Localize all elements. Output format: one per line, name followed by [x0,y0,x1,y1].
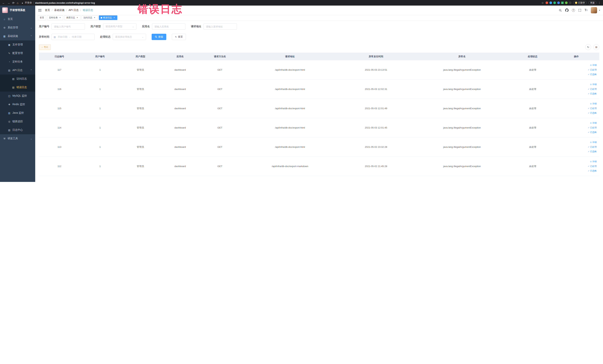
back-icon[interactable]: ← [2,1,5,4]
bookmark-star-icon[interactable]: ☆ [542,1,544,4]
action-ignored[interactable]: ✓已忽略 [588,73,597,76]
cell-app_name: dashboard [161,118,200,137]
date-range-picker[interactable]: ▦ 开始日期 - 结束日期 [52,34,94,40]
action-detail[interactable]: ⊙详细 [590,160,597,163]
breadcrumb-item-api-log[interactable]: API 日志 [69,9,79,12]
row-actions: ⊙详细✓已处理✓已忽略 [554,121,599,134]
search-icon [155,35,157,38]
cell-actions: ⊙详细✓已处理✓已忽略 [553,157,599,176]
sidebar-item-java-monitor[interactable]: ▥Java 监控 [0,109,35,117]
sidebar-item-redis-monitor[interactable]: ❖Redis 监控 [0,100,35,109]
user-type-select[interactable]: 请选择用户类型 ⌄ [103,23,136,30]
address-bar[interactable]: ▲ 不安全 dashboard.yudao.iocoder.cn/infra/l… [22,1,95,4]
check-icon: ✓ [588,170,590,172]
breadcrumb-item-home[interactable]: 首页 [45,9,50,12]
refresh-icon: ↻ [175,36,177,38]
chrome-menu-icon[interactable]: ⋮ [598,1,601,4]
github-icon[interactable] [565,9,568,12]
breadcrumb-separator: / [52,9,52,12]
process-status-label: 处理状态 [100,35,110,39]
extension-icon-green-leaf[interactable] [565,1,568,4]
sidebar-item-file-manage[interactable]: ▣文件管理 [0,40,35,49]
page-content: 用户编号 用户类型 请选择用户类型 ⌄ 应用名 请求地址 [35,21,603,182]
close-icon[interactable]: × [59,16,61,19]
action-label: 已处理 [590,88,597,91]
process-status-select[interactable]: 请选择处理状态 ⌄ [113,34,146,40]
search-button[interactable]: 搜索 [152,34,166,40]
action-processed[interactable]: ✓已处理 [588,145,597,149]
help-icon[interactable]: ? [572,9,575,12]
action-ignored[interactable]: ✓已忽略 [588,150,597,153]
user-avatar[interactable] [591,7,597,13]
tab-cron-job[interactable]: 定时任务× [47,15,63,20]
extension-icon-dark[interactable] [569,1,571,4]
close-icon[interactable]: × [76,16,79,19]
update-button[interactable]: 更新 [588,1,596,5]
extension-icon-on-badge[interactable]: on [561,1,564,4]
chevron-down-icon[interactable]: ▾ [599,9,600,12]
request-url-input[interactable] [204,23,237,30]
fullscreen-icon[interactable] [578,9,581,12]
sidebar-item-label: 文件管理 [12,43,23,46]
app-name-input[interactable] [152,23,185,30]
close-icon[interactable]: × [113,16,116,19]
action-detail[interactable]: ⊙详细 [590,102,597,105]
emoji-face-icon [575,2,577,4]
action-processed[interactable]: ✓已处理 [588,88,597,91]
check-icon: ✓ [588,112,590,114]
extension-icon-blue-drop[interactable] [549,1,552,4]
table-row: 1131管理员dashboardGET/api/infra/db-doc/exp… [39,137,599,157]
sidebar-item-system[interactable]: ⚙系统管理⌄ [0,23,35,32]
paused-badge[interactable]: 已暂停 [573,1,587,5]
action-processed[interactable]: ✓已处理 [588,107,597,110]
breadcrumb-separator: / [66,9,67,12]
cell-url: /api/infra/db-doc/export-markdown [240,157,340,176]
close-icon[interactable]: × [93,16,96,19]
table-row: 1121管理员dashboardGET/api/infra/db-doc/exp… [39,157,599,176]
sidebar-menu: ⌂首页⚙系统管理⌄▦基础设施⌃▣文件管理✎配置管理◔定时任务▤API 日志⌃▤访… [0,15,35,143]
reset-button[interactable]: ↻ 重置 [172,34,186,40]
sidebar-item-cron-job[interactable]: ◔定时任务 [0,58,35,66]
sidebar-item-infrastructure[interactable]: ▦基础设施⌃ [0,32,35,40]
refresh-table-button[interactable]: ↻ [585,44,591,50]
tab-job-log[interactable]: 调度日志× [64,15,81,20]
sidebar-item-api-log[interactable]: ▤API 日志⌃ [0,66,35,75]
export-button[interactable]: ↓ 导出 [39,44,51,50]
sidebar-item-mysql-monitor[interactable]: ◫MySQL 监控 [0,92,35,100]
action-detail[interactable]: ⊙详细 [590,83,597,86]
column-settings-button[interactable]: ⊞ [593,44,599,50]
browser-home-icon[interactable]: ⌂ [17,1,19,4]
user-id-input[interactable] [52,23,85,30]
tab-home[interactable]: 首页 [38,15,46,20]
search-icon[interactable] [559,9,562,12]
tab-error-log[interactable]: 错误日志× [99,15,117,20]
extension-icon-blue-grid[interactable] [557,1,560,4]
extension-icon-red[interactable] [545,1,548,4]
tab-access-log[interactable]: 访问日志× [81,15,98,20]
action-ignored[interactable]: ✓已忽略 [588,111,597,115]
font-size-icon[interactable]: TT [585,9,588,12]
hamburger-icon[interactable] [38,9,42,12]
sidebar-item-dev-tools[interactable]: ⚒研发工具⌄ [0,134,35,143]
action-detail[interactable]: ⊙详细 [590,64,597,67]
sidebar-item-config-manage[interactable]: ✎配置管理 [0,49,35,58]
action-processed[interactable]: ✓已处理 [588,165,597,168]
action-detail[interactable]: ⊙详细 [590,121,597,125]
sidebar-item-trace[interactable]: ◎链路追踪 [0,117,35,126]
action-detail[interactable]: ⊙详细 [590,141,597,144]
sidebar-item-home[interactable]: ⌂首页 [0,15,35,23]
action-ignored[interactable]: ✓已忽略 [588,169,597,172]
sidebar-item-error-log[interactable]: ▤错误日志 [0,83,35,92]
action-processed[interactable]: ✓已处理 [588,68,597,71]
forward-icon[interactable]: → [7,1,10,4]
breadcrumb-item-infrastructure[interactable]: 基础设施 [54,9,65,12]
extension-icon-green-circle[interactable] [553,1,556,4]
app-logo[interactable]: 芋道管理系统 [0,6,35,15]
action-processed[interactable]: ✓已处理 [588,126,597,129]
action-ignored[interactable]: ✓已忽略 [588,131,597,134]
sidebar-item-access-log[interactable]: ▤访问日志 [0,75,35,83]
cell-actions: ⊙详细✓已处理✓已忽略 [553,137,599,157]
sidebar-item-log-center[interactable]: ▧日志中心 [0,126,35,134]
action-ignored[interactable]: ✓已忽略 [588,92,597,95]
reload-icon[interactable]: ⟳ [12,1,15,4]
